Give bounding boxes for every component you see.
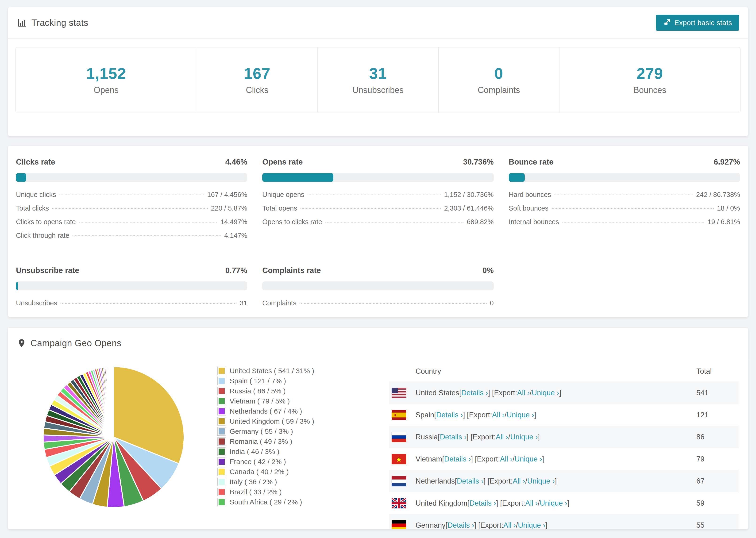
rate-panel: Bounce rate 6.927% Hard bounces 242 / 86… bbox=[509, 157, 740, 245]
legend-swatch bbox=[217, 437, 226, 446]
rate-progress-bar bbox=[262, 282, 494, 290]
details-link[interactable]: Details › bbox=[448, 521, 474, 529]
summary-stat: 167 Clicks bbox=[197, 47, 318, 112]
export-unique-link[interactable]: Unique › bbox=[527, 477, 555, 485]
rate-progress-fill bbox=[16, 173, 26, 182]
geo-table-header: Country Total bbox=[389, 361, 739, 382]
pie-slice[interactable] bbox=[113, 367, 114, 437]
legend-swatch bbox=[217, 427, 226, 436]
metric-value: 220 / 5.87% bbox=[211, 204, 247, 212]
export-unique-link[interactable]: Unique › bbox=[532, 389, 559, 397]
dotted-leader bbox=[61, 303, 237, 304]
legend-swatch bbox=[217, 367, 226, 375]
metric-value: 14.497% bbox=[220, 218, 247, 226]
legend-item: Canada ( 40 / 2% ) bbox=[217, 467, 314, 477]
legend-swatch bbox=[217, 447, 226, 456]
details-link[interactable]: Details › bbox=[457, 477, 484, 485]
dotted-leader bbox=[79, 222, 217, 223]
stat-value: 31 bbox=[369, 65, 387, 82]
rate-progress-bar bbox=[16, 173, 247, 182]
metric-label: Total opens bbox=[262, 204, 297, 212]
details-link[interactable]: Details › bbox=[461, 389, 488, 397]
legend-item: India ( 46 / 3% ) bbox=[217, 447, 314, 457]
dotted-leader bbox=[299, 303, 486, 304]
tracking-stats-header: Tracking stats Export basic stats bbox=[8, 7, 748, 39]
metric-label: Total clicks bbox=[16, 204, 49, 212]
legend-label: Canada ( 40 / 2% ) bbox=[230, 468, 289, 476]
export-unique-link[interactable]: Unique › bbox=[540, 499, 567, 508]
geo-table-row: Russia [Details ›] [Export: All › / Uniq… bbox=[389, 426, 739, 448]
map-pin-icon bbox=[17, 338, 26, 348]
legend-swatch bbox=[217, 498, 226, 506]
dotted-leader bbox=[325, 222, 463, 223]
geo-table-row: Spain [Details ›] [Export: All › / Uniqu… bbox=[389, 404, 739, 426]
metric-label: Complaints bbox=[262, 299, 296, 307]
metric-value: 0 bbox=[490, 299, 494, 307]
rate-percent: 4.46% bbox=[225, 157, 247, 166]
country-total: 541 bbox=[696, 389, 739, 397]
stat-value: 279 bbox=[636, 65, 663, 82]
export-unique-link[interactable]: Unique › bbox=[510, 433, 538, 441]
dotted-leader bbox=[552, 208, 714, 209]
rate-percent: 30.736% bbox=[463, 157, 494, 166]
geo-pie-chart[interactable] bbox=[41, 364, 187, 511]
rate-metric-row: Total clicks 220 / 5.87% bbox=[16, 204, 247, 218]
legend-item: South Africa ( 29 / 2% ) bbox=[217, 497, 314, 507]
export-all-link[interactable]: All › bbox=[517, 389, 529, 397]
export-all-link[interactable]: All › bbox=[500, 455, 513, 463]
stat-label: Complaints bbox=[478, 85, 520, 95]
export-all-link[interactable]: All › bbox=[513, 477, 525, 485]
legend-swatch bbox=[217, 397, 226, 405]
details-link[interactable]: Details › bbox=[469, 499, 496, 508]
rate-title: Clicks rate bbox=[16, 157, 55, 166]
country-flag-icon bbox=[392, 454, 406, 464]
summary-stats-row: 1,152 Opens 167 Clicks 31 Unsubscribes 0… bbox=[16, 47, 740, 112]
country-total: 86 bbox=[696, 433, 739, 441]
legend-label: Germany ( 55 / 3% ) bbox=[230, 427, 293, 435]
details-link[interactable]: Details › bbox=[444, 455, 471, 463]
export-all-link[interactable]: All › bbox=[496, 433, 508, 441]
legend-item: United Kingdom ( 59 / 3% ) bbox=[217, 416, 314, 426]
country-name: Spain bbox=[415, 411, 434, 419]
geo-opens-title: Campaign Geo Opens bbox=[17, 338, 121, 348]
geo-opens-card: Campaign Geo Opens United States ( 541 /… bbox=[8, 327, 748, 529]
legend-label: Russia ( 86 / 5% ) bbox=[230, 387, 286, 395]
summary-stat: 279 Bounces bbox=[559, 47, 740, 112]
legend-label: Romania ( 49 / 3% ) bbox=[230, 438, 292, 446]
rate-panel: Unsubscribe rate 0.77% Unsubscribes 31 bbox=[16, 266, 247, 313]
metric-value: 18 / 0% bbox=[717, 204, 740, 212]
country-name: United States bbox=[415, 389, 459, 397]
details-link[interactable]: Details › bbox=[440, 433, 466, 441]
export-all-link[interactable]: All › bbox=[525, 499, 538, 508]
legend-swatch bbox=[217, 407, 226, 415]
legend-item: Brazil ( 33 / 2% ) bbox=[217, 487, 314, 497]
legend-item: Germany ( 55 / 3% ) bbox=[217, 426, 314, 436]
export-all-link[interactable]: All › bbox=[492, 411, 505, 419]
details-link[interactable]: Details › bbox=[436, 411, 463, 419]
export-unique-link[interactable]: Unique › bbox=[507, 411, 534, 419]
stat-label: Bounces bbox=[633, 85, 666, 95]
export-basic-stats-button[interactable]: Export basic stats bbox=[656, 15, 739, 31]
metric-label: Soft bounces bbox=[509, 204, 549, 212]
export-all-link[interactable]: All › bbox=[503, 521, 516, 529]
geo-table-row: United States [Details ›] [Export: All ›… bbox=[389, 382, 739, 404]
export-unique-link[interactable]: Unique › bbox=[514, 455, 542, 463]
metric-value: 1,152 / 30.736% bbox=[444, 191, 494, 198]
dotted-leader bbox=[300, 208, 441, 209]
country-name: Germany bbox=[415, 521, 445, 529]
bar-chart-icon bbox=[17, 18, 27, 28]
export-unique-link[interactable]: Unique › bbox=[518, 521, 545, 529]
page-title: Tracking stats bbox=[31, 18, 88, 28]
country-name: Vietnam bbox=[415, 455, 442, 463]
country-total: 79 bbox=[696, 455, 739, 463]
legend-item: United States ( 541 / 31% ) bbox=[217, 366, 314, 376]
metric-label: Internal bounces bbox=[509, 218, 559, 226]
geo-opens-header: Campaign Geo Opens bbox=[8, 328, 748, 359]
rate-progress-fill bbox=[509, 173, 525, 182]
rate-metric-row: Total opens 2,303 / 61.446% bbox=[262, 204, 494, 218]
legend-swatch bbox=[217, 377, 226, 385]
metric-value: 4.147% bbox=[224, 232, 247, 240]
rate-title: Unsubscribe rate bbox=[16, 266, 80, 275]
rate-progress-fill bbox=[16, 282, 18, 290]
legend-label: United States ( 541 / 31% ) bbox=[230, 367, 314, 375]
